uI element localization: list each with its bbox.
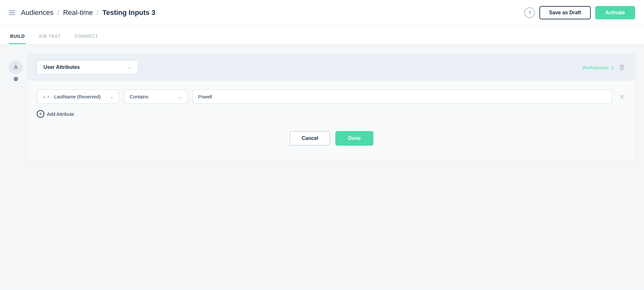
activate-button[interactable]: Activate [595,6,635,19]
filter-value-input[interactable] [193,89,612,104]
sort-icon: ▲▼ [42,94,50,99]
attribute-select[interactable]: ▲▼ LastName (Reserved) ⌄ [37,89,119,104]
user-attributes-label: User Attributes [43,64,125,70]
attribute-select-label: LastName (Reserved) [54,94,107,99]
tab-build[interactable]: BUILD [9,34,26,44]
tab-connect[interactable]: CONNECT [74,34,100,44]
workspaces-info: Workspaces: 2 [582,63,626,72]
chevron-down-icon: ⌄ [128,65,132,70]
header: Audiences / Real-time / Testing Inputs 3… [0,0,644,25]
header-actions: ? Save as Draft Activate [524,6,635,19]
workspaces-label: Workspaces: 2 [582,65,614,70]
remove-filter-button[interactable]: ✕ [617,92,626,101]
operator-select[interactable]: Contains ⌄ [124,89,188,104]
done-button[interactable]: Done [335,131,373,146]
audience-section: A User Attributes ⌄ Workspaces: 2 [9,54,635,161]
attribute-chevron-icon: ⌄ [110,94,114,99]
breadcrumb: Audiences / Real-time / Testing Inputs 3 [21,9,524,17]
main-content: A User Attributes ⌄ Workspaces: 2 [0,44,644,290]
side-badge: A [9,54,23,81]
operator-select-label: Contains [130,94,176,99]
breadcrumb-audiences[interactable]: Audiences [21,9,54,17]
delete-icon[interactable] [617,63,626,72]
audience-letter-badge: A [9,60,23,74]
user-attributes-dropdown[interactable]: User Attributes ⌄ [37,60,138,74]
breadcrumb-sep-1: / [57,9,59,17]
badge-dot [14,77,18,81]
add-attribute-button[interactable]: + Add Attribute [37,110,626,118]
audience-card: User Attributes ⌄ Workspaces: 2 [28,54,635,161]
cancel-button[interactable]: Cancel [290,131,330,146]
save-draft-button[interactable]: Save as Draft [539,6,590,19]
tabs-bar: BUILD A/B TEST CONNECT [0,25,644,44]
menu-icon[interactable] [9,10,15,15]
operator-chevron-icon: ⌄ [178,94,182,99]
card-header: User Attributes ⌄ Workspaces: 2 [28,54,635,81]
card-footer: Cancel Done [37,127,626,155]
breadcrumb-current: Testing Inputs 3 [102,9,155,17]
breadcrumb-sep-2: / [97,9,99,17]
add-icon: + [37,110,44,118]
breadcrumb-realtime[interactable]: Real-time [63,9,93,17]
tab-ab-test[interactable]: A/B TEST [37,34,62,44]
add-attribute-label: Add Attribute [47,111,74,117]
card-body: ▲▼ LastName (Reserved) ⌄ Contains ⌄ ✕ [28,81,635,161]
help-icon[interactable]: ? [524,7,535,18]
filter-row: ▲▼ LastName (Reserved) ⌄ Contains ⌄ ✕ [37,89,626,104]
